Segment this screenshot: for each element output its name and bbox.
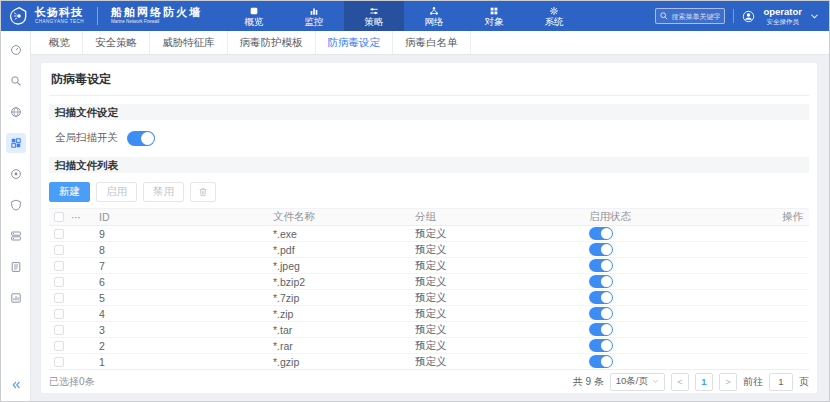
tab-overview[interactable]: 概览 [37,31,83,54]
sidebar-item-logs[interactable] [6,257,26,277]
cell-group: 预定义 [415,275,573,289]
app-header: 长扬科技 CHANGYANG TECH 船舶网络防火墙 Marine Netwo… [1,1,829,31]
sidebar-item-reports[interactable] [6,288,26,308]
new-button[interactable]: 新建 [49,182,90,202]
tab-virus-whitelist[interactable]: 病毒白名单 [393,31,471,54]
menu-search-input[interactable] [671,13,720,20]
tab-virus-templates[interactable]: 病毒防护模板 [228,31,316,54]
row-enable-toggle[interactable] [589,275,613,288]
content-area: 防病毒设定 扫描文件设定 全局扫描开关 扫描文件列表 新建 启用 禁用 [31,55,829,402]
cell-filename: *.jpeg [273,260,415,272]
brand-logo-icon [9,6,29,26]
section-scan-file-list: 扫描文件列表 [49,157,809,173]
header-right: operator 安全操作员 [655,7,819,25]
sidebar-item-audit[interactable] [6,71,26,91]
nav-label: 策略 [365,17,384,27]
nav-item-monitoring[interactable]: 监控 [284,1,344,31]
column-options-icon[interactable]: ⋯ [71,212,89,223]
row-enable-toggle[interactable] [589,355,613,368]
nav-item-system[interactable]: 系统 [524,1,584,31]
global-scan-toggle[interactable] [127,131,155,146]
sidebar-item-protection[interactable] [6,195,26,215]
next-page-button[interactable]: > [719,373,737,391]
page-size-select[interactable]: 10条/页 [610,373,665,391]
prev-page-button[interactable]: < [671,373,689,391]
nav-label: 概览 [245,17,264,27]
collapse-sidebar-icon[interactable] [6,375,26,395]
user-menu[interactable]: operator 安全操作员 [763,7,802,25]
tab-security-policy[interactable]: 安全策略 [83,31,150,54]
nav-item-objects[interactable]: 对象 [464,1,524,31]
pagination: 共 9 条 10条/页 < 1 > 前往 页 [573,373,809,391]
cell-id: 7 [89,260,273,272]
sidebar-item-devices[interactable] [6,226,26,246]
column-header-id: ID [89,211,273,223]
nav-item-network[interactable]: 网络 [404,1,464,31]
avatar-icon[interactable] [742,10,755,23]
cell-filename: *.exe [273,228,415,240]
column-header-status: 启用状态 [573,210,757,224]
row-checkbox[interactable] [54,277,64,287]
row-enable-toggle[interactable] [589,307,613,320]
cell-id: 3 [89,324,273,336]
select-chevron-icon [652,379,659,384]
tab-bar: 概览 安全策略 威胁特征库 病毒防护模板 防病毒设定 病毒白名单 [31,31,829,55]
global-scan-label: 全局扫描开关 [55,131,127,145]
section-scan-file-settings: 扫描文件设定 [49,104,809,120]
row-checkbox[interactable] [54,357,64,367]
disable-button[interactable]: 禁用 [143,182,184,202]
sidebar-item-target[interactable] [6,164,26,184]
row-enable-toggle[interactable] [589,243,613,256]
enable-button[interactable]: 启用 [96,182,137,202]
goto-page-input[interactable] [769,373,793,391]
row-enable-toggle[interactable] [589,339,613,352]
sidebar-item-antivirus[interactable] [6,133,26,153]
shield-icon [10,199,22,211]
row-checkbox[interactable] [54,309,64,319]
cell-group: 预定义 [415,355,573,369]
table-row: 2 *.rar 预定义 [49,338,809,354]
row-checkbox[interactable] [54,229,64,239]
row-checkbox[interactable] [54,261,64,271]
row-enable-toggle[interactable] [589,227,613,240]
page-number-1[interactable]: 1 [695,373,713,391]
cell-group: 预定义 [415,259,573,273]
cell-id: 1 [89,356,273,368]
menu-search[interactable] [655,8,725,24]
table-footer: 已选择0条 共 9 条 10条/页 < 1 > 前往 [49,369,809,393]
cell-group: 预定义 [415,339,573,353]
cell-group: 预定义 [415,307,573,321]
brand-company-name-en: CHANGYANG TECH [35,20,84,25]
row-enable-toggle[interactable] [589,259,613,272]
cell-id: 2 [89,340,273,352]
chevron-down-icon[interactable] [810,13,819,20]
row-checkbox[interactable] [54,293,64,303]
select-all-checkbox[interactable] [54,212,64,222]
tab-threat-signatures[interactable]: 威胁特征库 [150,31,228,54]
page-title: 防病毒设定 [49,68,809,96]
row-checkbox[interactable] [54,341,64,351]
row-checkbox[interactable] [54,245,64,255]
row-enable-toggle[interactable] [589,291,613,304]
brand-company-name: 长扬科技 [35,7,84,18]
nav-label: 对象 [485,17,504,27]
sidebar-item-global[interactable] [6,102,26,122]
cell-id: 5 [89,292,273,304]
nav-item-overview[interactable]: 概览 [224,1,284,31]
row-checkbox[interactable] [54,325,64,335]
tab-antivirus-settings[interactable]: 防病毒设定 [316,31,394,54]
bar-chart-icon [309,6,319,16]
table-row: 5 *.7zip 预定义 [49,290,809,306]
page-size-value: 10条/页 [616,375,648,388]
app-window: 长扬科技 CHANGYANG TECH 船舶网络防火墙 Marine Netwo… [0,0,830,402]
sidebar-item-dashboard[interactable] [6,40,26,60]
goto-unit: 页 [799,375,809,389]
magnifier-icon [10,75,22,87]
row-enable-toggle[interactable] [589,323,613,336]
nav-item-policy[interactable]: 策略 [344,1,404,31]
column-header-group: 分组 [415,210,573,224]
cell-filename: *.7zip [273,292,415,304]
delete-button[interactable] [190,182,216,202]
column-header-filename: 文件名称 [273,210,415,224]
table-row: 4 *.zip 预定义 [49,306,809,322]
